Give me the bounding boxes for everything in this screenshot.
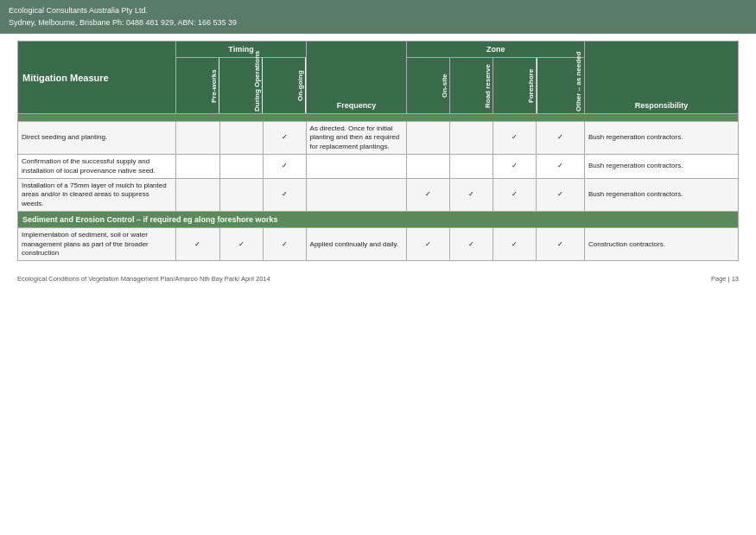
- header-mitigation: Mitigation Measure: [18, 41, 176, 114]
- header-zone: Zone: [407, 41, 585, 58]
- other-cell: ✓: [537, 178, 585, 211]
- roadreserve-cell: ✓: [450, 228, 493, 261]
- other-cell: ✓: [537, 122, 585, 155]
- frequency-cell: As directed. Once for initial planting a…: [306, 122, 407, 155]
- header-foreshore: Foreshore: [493, 58, 537, 114]
- table-row: Installation of a 75mm layer of mulch to…: [18, 178, 739, 211]
- header-during: During Operations: [219, 58, 263, 114]
- table-row: Direct seeding and planting.✓As directed…: [18, 122, 739, 155]
- responsibility-cell: Bush regeneration contractors.: [585, 155, 739, 179]
- footer-right: Page | 13: [711, 275, 739, 283]
- ongoing-cell: ✓: [263, 178, 306, 211]
- foreshore-cell: ✓: [493, 178, 537, 211]
- frequency-cell: [306, 155, 407, 179]
- header-bar: Ecological Consultants Australia Pty Ltd…: [0, 0, 756, 34]
- preworks-cell: [176, 122, 219, 155]
- mitigation-cell: Direct seeding and planting.: [18, 122, 176, 155]
- header-timing: Timing: [176, 41, 306, 58]
- responsibility-cell: Bush regeneration contractors.: [585, 122, 739, 155]
- mitigation-cell: Confirmation of the successful supply an…: [18, 155, 176, 179]
- header-responsibility: Responsibility: [585, 41, 739, 114]
- during-cell: [219, 122, 263, 155]
- foreshore-cell: ✓: [493, 155, 537, 179]
- mitigation-table: Mitigation Measure Timing Frequency Zone…: [17, 41, 739, 261]
- company-address: Sydney, Melbourne, Brisbane Ph: 0488 481…: [9, 17, 747, 29]
- roadreserve-cell: ✓: [450, 178, 493, 211]
- responsibility-cell: Construction contractors.: [585, 228, 739, 261]
- onsite-cell: [407, 155, 450, 179]
- during-cell: ✓: [219, 228, 263, 261]
- mitigation-cell: Implementation of sediment, soil or wate…: [18, 228, 176, 261]
- foreshore-cell: ✓: [493, 228, 537, 261]
- other-cell: ✓: [537, 155, 585, 179]
- other-cell: ✓: [537, 228, 585, 261]
- header-preworks: Pre-works: [176, 58, 219, 114]
- responsibility-cell: Bush regeneration contractors.: [585, 178, 739, 211]
- section-header-cell: Sediment and Erosion Control – if requir…: [18, 212, 739, 228]
- footer: Ecological Conditions of Vegetation Mana…: [0, 271, 756, 286]
- table-row: Implementation of sediment, soil or wate…: [18, 228, 739, 261]
- main-header-row: Mitigation Measure Timing Frequency Zone…: [18, 41, 739, 58]
- during-cell: [219, 178, 263, 211]
- frequency-cell: Applied continually and daily.: [306, 228, 407, 261]
- table-body: Direct seeding and planting.✓As directed…: [18, 114, 739, 261]
- onsite-cell: ✓: [407, 178, 450, 211]
- header-other: Other – as needed: [537, 58, 585, 114]
- section-header-row: [18, 114, 739, 122]
- section-header-row: Sediment and Erosion Control – if requir…: [18, 212, 739, 228]
- preworks-cell: [176, 155, 219, 179]
- company-name: Ecological Consultants Australia Pty Ltd…: [9, 5, 747, 17]
- header-frequency: Frequency: [306, 41, 407, 114]
- ongoing-cell: ✓: [263, 155, 306, 179]
- table-row: Confirmation of the successful supply an…: [18, 155, 739, 179]
- roadreserve-cell: [450, 155, 493, 179]
- footer-left: Ecological Conditions of Vegetation Mana…: [17, 275, 270, 283]
- header-onsite: On-site: [407, 58, 450, 114]
- section-header-cell: [18, 114, 739, 122]
- ongoing-cell: ✓: [263, 228, 306, 261]
- header-road-reserve: Road reserve: [450, 58, 493, 114]
- during-cell: [219, 155, 263, 179]
- preworks-cell: [176, 178, 219, 211]
- onsite-cell: [407, 122, 450, 155]
- header-ongoing: On-going: [263, 58, 306, 114]
- roadreserve-cell: [450, 122, 493, 155]
- foreshore-cell: ✓: [493, 122, 537, 155]
- ongoing-cell: ✓: [263, 122, 306, 155]
- preworks-cell: ✓: [176, 228, 219, 261]
- onsite-cell: ✓: [407, 228, 450, 261]
- mitigation-cell: Installation of a 75mm layer of mulch to…: [18, 178, 176, 211]
- frequency-cell: [306, 178, 407, 211]
